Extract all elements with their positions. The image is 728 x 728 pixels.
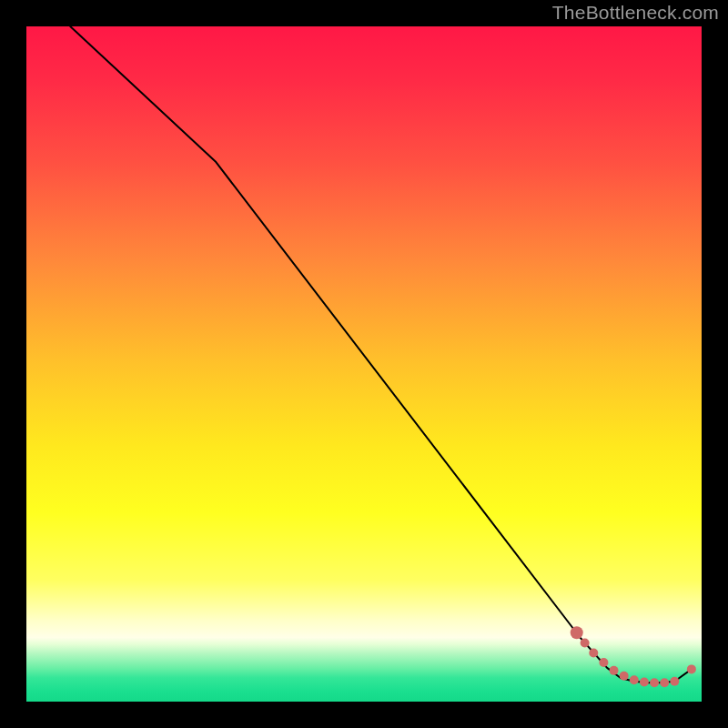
gradient-background [26,26,702,702]
data-dot [670,677,679,686]
data-dot [599,658,608,667]
data-dot [571,626,583,639]
data-dot [610,666,619,675]
data-dot [640,677,649,686]
data-dot [650,678,659,687]
chart-frame: TheBottleneck.com [0,0,728,728]
plot-area [26,26,702,702]
data-dot [589,649,598,658]
watermark-text: TheBottleneck.com [552,2,719,24]
data-dot [630,675,639,684]
data-dot [620,672,629,681]
chart-svg [26,26,702,702]
data-dot [581,638,590,647]
data-dot [687,664,696,673]
data-dot [660,678,669,687]
